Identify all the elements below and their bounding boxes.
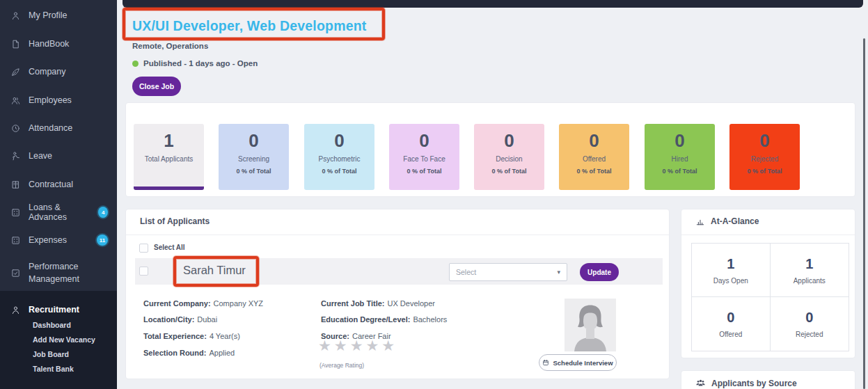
sidebar-subitem-dashboard[interactable]: Dashboard	[33, 318, 71, 332]
stat-active-underline	[134, 186, 204, 190]
schedule-interview-label: Schedule Interview	[553, 359, 613, 367]
at-a-glance-header: At-A-Glance	[695, 216, 759, 226]
field-value: UX Developer	[387, 299, 434, 308]
average-rating-caption: (Average Rating)	[319, 362, 364, 369]
user-icon	[10, 10, 21, 21]
stat-subtext: 0 % of Total	[389, 168, 459, 175]
stat-subtext: 0 % of Total	[729, 168, 800, 175]
stat-value: 0	[219, 130, 289, 152]
people-icon	[10, 95, 21, 106]
pipeline-stats-card: 1 Total Applicants 0 Screening 0 % of To…	[125, 102, 855, 197]
field-education-degree: Education Degree/Level:Bachelors	[321, 315, 447, 324]
sidebar-item-performance-management[interactable]: Performance Management	[0, 255, 117, 291]
grid-icon	[10, 235, 21, 246]
sidebar-item-company[interactable]: Company	[0, 58, 117, 86]
scrollbar-thumb[interactable]	[863, 38, 865, 389]
field-label: Location/City:	[143, 315, 194, 324]
applicant-row-checkbox[interactable]	[139, 267, 148, 276]
stat-value: 0	[389, 130, 459, 152]
sidebar-item-contractual[interactable]: Contractual	[0, 170, 117, 198]
stat-offered[interactable]: 0 Offered 0 % of Total	[559, 124, 629, 190]
sidebar-item-employees[interactable]: Employees	[0, 86, 117, 114]
sidebar-item-leave[interactable]: Leave	[0, 142, 117, 170]
stat-value: 0	[729, 130, 800, 152]
close-job-button[interactable]: Close Job	[132, 77, 181, 96]
glance-value: 1	[805, 256, 813, 272]
rating-stars[interactable]: ★★★★★	[318, 338, 397, 354]
calendar-icon	[542, 359, 549, 366]
glance-label: Offered	[719, 331, 742, 338]
sidebar-subitem-add-new-vacancy[interactable]: Add New Vacancy	[33, 333, 95, 347]
stat-hired[interactable]: 0 Hired 0 % of Total	[645, 124, 715, 190]
field-location-city: Location/City:Dubai	[143, 315, 217, 324]
glance-value: 0	[805, 310, 813, 326]
sidebar-label: Attendance	[29, 123, 72, 133]
stat-value: 0	[304, 130, 374, 152]
field-total-experience: Total Experience:4 Year(s)	[143, 332, 240, 340]
stat-subtext: 0 % of Total	[304, 168, 374, 175]
applicants-by-source-header: Applicants by Source	[695, 378, 797, 388]
sidebar-label: Recruitment	[29, 305, 79, 315]
sidebar-label: Performance Management	[29, 260, 98, 285]
status-dot-icon	[132, 61, 139, 67]
stat-label: Screening	[219, 155, 289, 163]
stat-subtext: 0 % of Total	[474, 168, 544, 175]
sidebar-item-handbook[interactable]: HandBook	[0, 30, 117, 58]
field-label: Current Job Title:	[321, 299, 384, 308]
stat-label: Decision	[474, 155, 544, 163]
caret-down-icon: ▾	[557, 269, 560, 276]
recruitment-job-page: My Profile HandBook Company Employees At…	[0, 0, 868, 389]
field-value: Dubai	[197, 315, 217, 324]
job-status-text: Published - 1 days ago - Open	[143, 59, 258, 68]
stat-face-to-face[interactable]: 0 Face To Face 0 % of Total	[389, 124, 459, 190]
glance-value: 1	[727, 256, 734, 272]
update-button[interactable]: Update	[580, 263, 619, 281]
field-value: Applied	[209, 349, 235, 357]
star-icon[interactable]: ★	[381, 338, 397, 354]
job-location-department: Remote, Operations	[132, 42, 208, 50]
sidebar-item-my-profile[interactable]: My Profile	[0, 1, 117, 29]
glance-cell-days-open: 1 Days Open	[692, 244, 771, 297]
applicant-list-card: List of Applicants Select All Sarah Timu…	[125, 209, 670, 379]
stat-label: Hired	[645, 155, 715, 163]
at-a-glance-title: At-A-Glance	[711, 216, 759, 226]
stat-decision[interactable]: 0 Decision 0 % of Total	[474, 124, 544, 190]
sidebar-label: Employees	[29, 95, 72, 105]
schedule-interview-button[interactable]: Schedule Interview	[539, 354, 617, 371]
stage-select-dropdown[interactable]: Select ▾	[449, 263, 567, 281]
glance-label: Applicants	[794, 277, 826, 285]
star-icon[interactable]: ★	[365, 338, 381, 354]
stat-subtext: 0 % of Total	[219, 168, 289, 175]
stat-total-applicants[interactable]: 1 Total Applicants	[134, 124, 204, 190]
stage-select-placeholder: Select	[456, 268, 476, 276]
sidebar-label: My Profile	[29, 10, 68, 20]
sidebar-item-expenses[interactable]: Expenses 11	[0, 226, 117, 254]
stat-screening[interactable]: 0 Screening 0 % of Total	[219, 124, 289, 190]
stat-rejected[interactable]: 0 Rejected 0 % of Total	[729, 124, 800, 190]
clock-icon	[10, 123, 21, 134]
ledger-icon	[10, 180, 21, 190]
star-icon[interactable]: ★	[350, 338, 366, 354]
divider	[681, 235, 855, 235]
document-icon	[10, 39, 21, 49]
stat-subtext: 0 % of Total	[559, 168, 629, 175]
sidebar-item-attendance[interactable]: Attendance	[0, 114, 117, 142]
at-a-glance-grid: 1 Days Open 1 Applicants 0 Offered 0 Rej…	[691, 243, 849, 351]
star-icon[interactable]: ★	[318, 338, 334, 354]
stat-value: 0	[559, 130, 629, 152]
sidebar-subitem-job-board[interactable]: Job Board	[33, 347, 69, 361]
sidebar-item-loans-advances[interactable]: Loans & Advances 4	[0, 198, 117, 226]
sidebar-subitem-talent-bank[interactable]: Talent Bank	[33, 362, 74, 376]
stat-psychometric[interactable]: 0 Psychometric 0 % of Total	[304, 124, 374, 190]
leave-person-icon	[10, 151, 21, 161]
notification-badge: 11	[97, 235, 108, 246]
applicant-name[interactable]: Sarah Timur	[183, 264, 253, 280]
select-all-checkbox[interactable]	[139, 244, 148, 253]
sidebar-section-recruitment: Recruitment Dashboard Add New Vacancy Jo…	[0, 291, 117, 389]
star-icon[interactable]: ★	[334, 338, 350, 354]
check-square-icon	[10, 268, 21, 278]
stat-label: Psychometric	[304, 155, 374, 163]
field-label: Selection Round:	[143, 349, 206, 357]
field-value: Bachelors	[413, 315, 447, 324]
field-current-company: Current Company:Company XYZ	[143, 299, 263, 308]
